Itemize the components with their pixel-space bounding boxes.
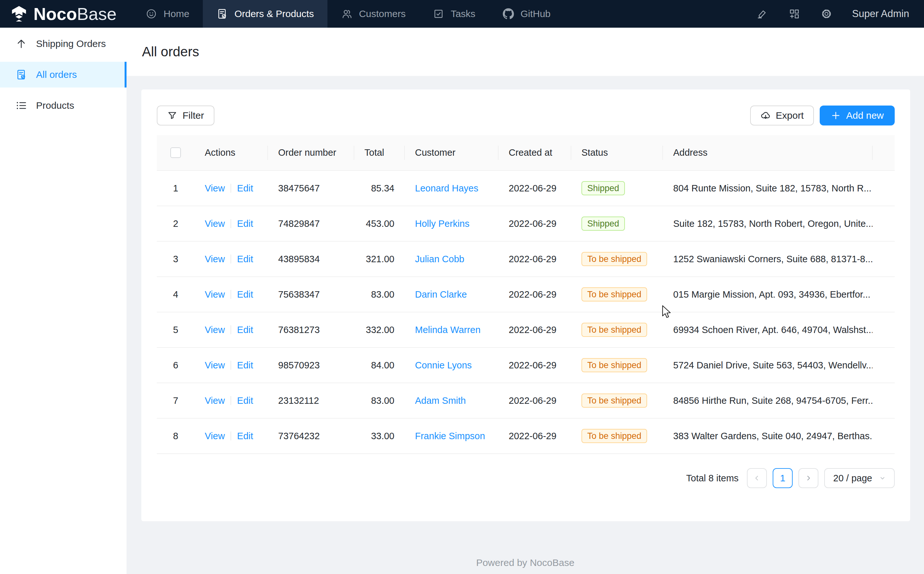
order-document-check-icon bbox=[216, 8, 228, 20]
tab-home[interactable]: Home bbox=[132, 0, 203, 28]
customer-link[interactable]: Melinda Warren bbox=[415, 325, 481, 335]
toolbar-right: Export Add new bbox=[750, 106, 895, 126]
table-body: 1ViewEdit3847564785.34Leonard Hayes2022-… bbox=[157, 170, 895, 454]
tab-customers[interactable]: Customers bbox=[327, 0, 419, 28]
edit-link[interactable]: Edit bbox=[237, 218, 253, 229]
customer-link[interactable]: Frankie Simpson bbox=[415, 431, 485, 441]
customer-link[interactable]: Julian Cobb bbox=[415, 254, 464, 264]
customer-cell: Darin Clarke bbox=[405, 277, 498, 312]
edit-link[interactable]: Edit bbox=[237, 289, 253, 300]
export-button[interactable]: Export bbox=[750, 106, 814, 126]
sidebar-item-all-orders[interactable]: All orders bbox=[0, 62, 126, 88]
plus-icon bbox=[831, 110, 841, 121]
row-actions-cell: ViewEdit bbox=[194, 241, 268, 277]
filter-button[interactable]: Filter bbox=[157, 106, 215, 126]
user-menu[interactable]: Super Admin bbox=[852, 8, 910, 20]
chevron-left-icon bbox=[753, 475, 760, 482]
view-link[interactable]: View bbox=[205, 218, 225, 229]
view-link[interactable]: View bbox=[205, 325, 225, 335]
nocobase-cube-logo-icon bbox=[9, 5, 28, 23]
tab-orders-products[interactable]: Orders & Products bbox=[203, 0, 327, 28]
tab-label: Customers bbox=[359, 8, 406, 19]
page-size-select[interactable]: 20 / page bbox=[824, 468, 895, 488]
address-cell: 383 Walter Gardens, Suite 040, 24947, Be… bbox=[663, 418, 872, 454]
status-cell: To be shipped bbox=[571, 418, 663, 454]
customer-link[interactable]: Holly Perkins bbox=[415, 218, 469, 229]
prev-page-button[interactable] bbox=[747, 468, 767, 488]
table-row: 2ViewEdit74829847453.00Holly Perkins2022… bbox=[157, 206, 895, 241]
view-link[interactable]: View bbox=[205, 396, 225, 406]
view-link[interactable]: View bbox=[205, 360, 225, 371]
table-row: 6ViewEdit9857092384.00Connie Lyons2022-0… bbox=[157, 347, 895, 383]
action-separator bbox=[231, 254, 231, 263]
status-cell: To be shipped bbox=[571, 383, 663, 418]
header-order-number: Order number bbox=[268, 135, 354, 170]
navbar-right: Super Admin bbox=[756, 0, 924, 28]
created-at-cell: 2022-06-29 bbox=[498, 347, 571, 383]
order-number-cell: 75638347 bbox=[268, 277, 354, 312]
nocobase-logo[interactable]: NocoBase bbox=[0, 0, 117, 28]
address-cell: 5724 Daniel Drive, Suite 563, 54403, Wen… bbox=[663, 347, 872, 383]
add-new-button[interactable]: Add new bbox=[820, 106, 895, 126]
sidebar-item-label: Shipping Orders bbox=[36, 38, 106, 49]
edit-link[interactable]: Edit bbox=[237, 431, 253, 441]
row-index-cell: 5 bbox=[157, 312, 194, 347]
appstore-add-icon[interactable] bbox=[788, 7, 801, 20]
tab-tasks[interactable]: Tasks bbox=[419, 0, 489, 28]
edit-link[interactable]: Edit bbox=[237, 325, 253, 335]
next-page-button[interactable] bbox=[798, 468, 818, 488]
sidebar-item-products[interactable]: Products bbox=[0, 93, 126, 118]
view-link[interactable]: View bbox=[205, 254, 225, 264]
customer-link[interactable]: Leonard Hayes bbox=[415, 183, 479, 193]
content-area: Filter Export Add new bbox=[126, 76, 924, 574]
header-actions: Actions bbox=[194, 135, 268, 170]
edit-link[interactable]: Edit bbox=[237, 183, 253, 193]
chevron-down-icon bbox=[879, 475, 886, 481]
sidebar-item-shipping-orders[interactable]: Shipping Orders bbox=[0, 31, 126, 57]
status-badge: To be shipped bbox=[581, 252, 647, 266]
chevron-right-icon bbox=[805, 475, 812, 482]
order-number-cell: 23132112 bbox=[268, 383, 354, 418]
table-header-row: Actions Order number Total Customer Crea… bbox=[157, 135, 895, 170]
tab-github[interactable]: GitHub bbox=[489, 0, 564, 28]
action-separator bbox=[231, 290, 231, 299]
customer-link[interactable]: Connie Lyons bbox=[415, 360, 472, 371]
status-badge: To be shipped bbox=[581, 394, 647, 408]
order-number-cell: 38475647 bbox=[268, 170, 354, 206]
view-link[interactable]: View bbox=[205, 289, 225, 300]
edit-link[interactable]: Edit bbox=[237, 360, 253, 371]
header-total: Total bbox=[354, 135, 405, 170]
sidebar: Shipping Orders All orders Products bbox=[0, 28, 126, 574]
view-link[interactable]: View bbox=[205, 183, 225, 193]
row-actions-cell: ViewEdit bbox=[194, 206, 268, 241]
status-cell: Shipped bbox=[571, 170, 663, 206]
status-cell: To be shipped bbox=[571, 277, 663, 312]
customer-cell: Melinda Warren bbox=[405, 312, 498, 347]
order-number-cell: 76381273 bbox=[268, 312, 354, 347]
customer-cell: Julian Cobb bbox=[405, 241, 498, 277]
status-badge: To be shipped bbox=[581, 429, 647, 443]
view-link[interactable]: View bbox=[205, 431, 225, 441]
sidebar-item-label: Products bbox=[36, 100, 74, 111]
current-page-button[interactable]: 1 bbox=[773, 468, 793, 488]
tab-label: Tasks bbox=[451, 8, 475, 19]
edit-link[interactable]: Edit bbox=[237, 396, 253, 406]
header-created-at: Created at bbox=[498, 135, 571, 170]
pagination-total: Total 8 items bbox=[686, 473, 739, 484]
select-all-checkbox[interactable] bbox=[170, 147, 181, 158]
edit-link[interactable]: Edit bbox=[237, 254, 253, 264]
customer-link[interactable]: Darin Clarke bbox=[415, 289, 467, 300]
gear-icon[interactable] bbox=[820, 7, 833, 20]
highlighter-icon[interactable] bbox=[756, 7, 769, 20]
row-index-cell: 3 bbox=[157, 241, 194, 277]
order-document-check-icon bbox=[16, 69, 27, 80]
customer-link[interactable]: Adam Smith bbox=[415, 396, 466, 406]
orders-card: Filter Export Add new bbox=[141, 90, 910, 521]
customer-cell: Connie Lyons bbox=[405, 347, 498, 383]
status-badge: To be shipped bbox=[581, 323, 647, 337]
spacer-cell bbox=[872, 277, 895, 312]
spacer-cell bbox=[872, 170, 895, 206]
customer-cell: Holly Perkins bbox=[405, 206, 498, 241]
pagination: Total 8 items 1 20 / page bbox=[157, 468, 895, 488]
list-icon bbox=[16, 100, 27, 111]
